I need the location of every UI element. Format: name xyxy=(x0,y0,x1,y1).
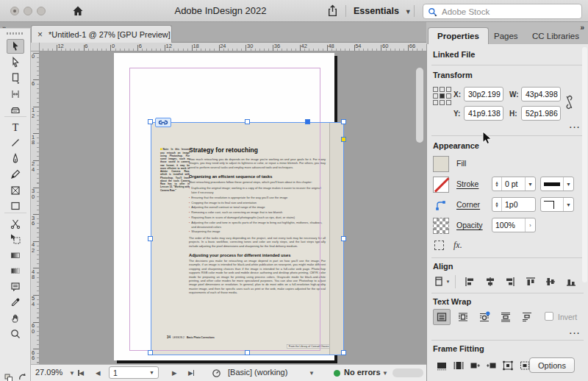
invert-label: Invert xyxy=(558,313,577,321)
eyedropper-tool[interactable] xyxy=(7,295,24,310)
align-center-vertical-icon[interactable] xyxy=(542,274,559,290)
chevron-down-icon[interactable]: ▼ xyxy=(563,198,573,211)
effects-icon[interactable]: fx. xyxy=(453,240,462,251)
y-field[interactable]: 41p9.138 xyxy=(464,106,503,121)
corner-radius-input[interactable]: ▲▼ 1p0 xyxy=(492,197,536,212)
jump-object-icon[interactable] xyxy=(497,309,514,325)
fit-frame-to-content-icon[interactable] xyxy=(466,357,484,374)
fit-content-proportionally-icon[interactable] xyxy=(450,357,467,374)
free-transform-tool[interactable] xyxy=(7,232,24,246)
horizontal-ruler[interactable]: 181260612182430364248546066 xyxy=(40,43,426,51)
zoom-tool[interactable] xyxy=(7,327,24,341)
content-collector-tool[interactable] xyxy=(7,102,24,117)
page-tool[interactable] xyxy=(7,71,24,85)
canvas-vertical-scrollbar[interactable] xyxy=(416,68,423,143)
frame-fitting-options-button[interactable]: Options xyxy=(529,357,575,373)
tab-cc-libraries[interactable]: CC Libraries xyxy=(523,27,588,44)
align-top-icon[interactable] xyxy=(522,274,539,290)
object-states-icon[interactable] xyxy=(434,241,444,250)
chevron-down-icon[interactable]: ▼ xyxy=(382,370,388,377)
align-right-icon[interactable] xyxy=(501,274,519,290)
opacity-label[interactable]: Opacity xyxy=(456,221,483,229)
x-field[interactable]: 30p2.199 xyxy=(464,87,503,102)
align-to-selection-icon[interactable]: ▼ xyxy=(431,274,452,290)
fill-frame-proportionally-icon[interactable] xyxy=(433,357,451,374)
workspace-switcher[interactable]: Essentials▼ xyxy=(354,6,412,16)
pasteboard[interactable]: Note: In this lesson, you retouch an ima… xyxy=(40,51,426,364)
canvas-horizontal-scrollbar[interactable] xyxy=(392,368,423,377)
corner-options-icon xyxy=(434,199,447,212)
corner-shape-select[interactable]: ▼ xyxy=(540,197,574,212)
collapse-panel-icon[interactable]: » xyxy=(580,24,584,32)
rectangle-frame-tool[interactable] xyxy=(7,183,24,198)
stepper-icon[interactable]: ▲▼ xyxy=(492,198,502,211)
fill-swatch[interactable] xyxy=(433,156,449,172)
opacity-input[interactable]: 100% › xyxy=(492,218,536,232)
selection-tool[interactable] xyxy=(7,39,24,54)
hand-tool[interactable] xyxy=(7,311,24,326)
pen-tool[interactable] xyxy=(7,152,24,166)
stroke-style-select[interactable]: ▼ xyxy=(540,177,574,191)
align-bottom-icon[interactable] xyxy=(562,274,580,290)
gradient-tool[interactable] xyxy=(7,248,24,263)
broken-chain-icon[interactable] xyxy=(564,93,575,115)
scissors-tool[interactable] xyxy=(7,216,24,231)
wrap-around-object-shape-icon[interactable] xyxy=(476,309,493,325)
preflight-profile-select[interactable]: [Basic] (working) xyxy=(228,368,287,377)
zoom-level-select[interactable]: 27.09% xyxy=(35,368,62,377)
stroke-label[interactable]: Stroke xyxy=(456,179,478,188)
next-page-button[interactable]: ▶ xyxy=(172,369,177,377)
invert-checkbox[interactable] xyxy=(545,312,553,321)
line-tool[interactable] xyxy=(7,135,24,150)
panel-grip[interactable] xyxy=(7,32,24,35)
last-page-button[interactable]: ▶ xyxy=(188,369,194,377)
h-field[interactable]: 52p1.986 xyxy=(521,106,561,121)
swap-fill-stroke-icon[interactable] xyxy=(18,373,27,381)
corner-label[interactable]: Corner xyxy=(456,200,480,209)
chevron-down-icon[interactable]: ▼ xyxy=(69,370,75,377)
gradient-feather-tool[interactable] xyxy=(7,263,24,278)
align-center-horizontal-icon[interactable] xyxy=(481,274,499,290)
gap-tool[interactable] xyxy=(7,87,24,102)
text-wrap-more-options[interactable]: ... xyxy=(570,327,581,335)
transform-more-options[interactable]: ... xyxy=(570,121,581,129)
center-content-icon[interactable] xyxy=(499,357,517,374)
default-fill-stroke-icon[interactable] xyxy=(4,374,13,381)
wrap-around-bounding-box-icon[interactable] xyxy=(454,309,472,325)
direct-selection-tool[interactable] xyxy=(7,55,24,70)
fit-content-to-frame-icon[interactable] xyxy=(483,357,501,374)
tab-properties[interactable]: Properties xyxy=(428,27,489,44)
stepper-icon[interactable]: ▲▼ xyxy=(492,177,502,190)
chevron-down-icon[interactable]: ▼ xyxy=(563,177,573,190)
tab-pages[interactable]: Pages xyxy=(485,27,527,44)
chevron-down-icon[interactable]: ▼ xyxy=(309,370,315,377)
pencil-tool[interactable] xyxy=(7,167,24,182)
chevron-down-icon[interactable]: ▼ xyxy=(149,370,154,375)
align-left-icon[interactable] xyxy=(461,274,478,290)
stroke-swatch[interactable] xyxy=(433,177,449,193)
no-text-wrap-icon[interactable] xyxy=(433,309,451,325)
w-field[interactable]: 43p4.398 xyxy=(521,87,561,102)
chevron-right-icon[interactable]: › xyxy=(525,218,535,232)
status-bar: 27.09% ▼ ◀ ◀ 1▼ ▶ ▶ [Basic] (working) ▼ … xyxy=(31,364,426,381)
close-tab-icon[interactable]: × xyxy=(37,30,43,39)
vertical-ruler[interactable]: 061 21 82 43 03 64 24 85 46 06 6 xyxy=(31,51,40,364)
panel-scrollbar[interactable] xyxy=(582,47,587,282)
preflight-icon[interactable] xyxy=(212,368,221,380)
first-page-button[interactable]: ◀ xyxy=(78,369,84,377)
chevron-down-icon[interactable]: ▼ xyxy=(525,177,535,190)
error-status[interactable]: No errors xyxy=(344,368,381,377)
stroke-weight-input[interactable]: ▲▼ 0 pt ▼ xyxy=(492,177,536,191)
document-tab[interactable]: × *Untitled-1 @ 27% [GPU Preview] xyxy=(31,25,172,43)
adobe-stock-search-input[interactable]: Adobe Stock xyxy=(423,4,582,19)
share-icon[interactable] xyxy=(326,4,339,20)
previous-page-button[interactable]: ◀ xyxy=(96,369,101,377)
jump-to-next-column-icon[interactable] xyxy=(518,309,536,325)
note-tool[interactable] xyxy=(7,279,24,294)
rectangle-tool[interactable] xyxy=(7,199,24,213)
ruler-origin[interactable] xyxy=(31,43,40,51)
placed-image-frame[interactable]: Note: In this lesson, you retouch an ima… xyxy=(151,122,344,355)
content-aware-fit-icon[interactable] xyxy=(516,357,534,374)
page-number-input[interactable]: 1▼ xyxy=(109,366,159,379)
type-tool[interactable]: T xyxy=(7,120,24,135)
